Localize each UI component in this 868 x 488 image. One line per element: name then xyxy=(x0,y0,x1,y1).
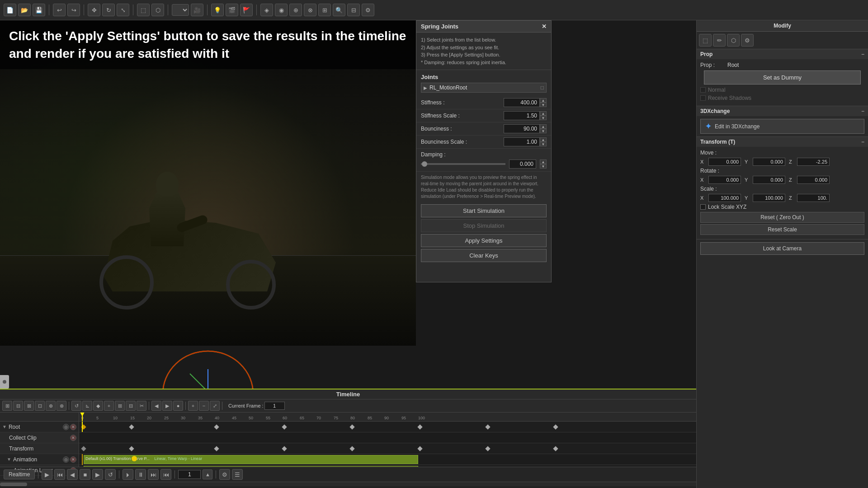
tool3-btn[interactable]: ⊕ xyxy=(289,4,302,16)
track-close-root[interactable]: ✕ xyxy=(70,424,76,430)
track-eye-animation[interactable]: ◎ xyxy=(63,456,69,463)
misc-playback-btn[interactable]: ☰ xyxy=(232,469,243,480)
start-simulation-btn[interactable]: Start Simulation xyxy=(421,204,547,217)
tool2-btn[interactable]: ◉ xyxy=(275,4,288,16)
rotate-z-input[interactable] xyxy=(797,176,830,184)
rt-icon-select[interactable]: ⬚ xyxy=(699,34,712,47)
bounciness-scale-input[interactable] xyxy=(504,137,540,146)
bounciness-input[interactable] xyxy=(504,124,540,133)
keyframe-root-60[interactable] xyxy=(282,424,287,429)
keyframe-root-40[interactable] xyxy=(214,424,219,429)
save-btn[interactable]: 💾 xyxy=(33,4,45,16)
timeline-playhead[interactable] xyxy=(82,413,83,421)
bounciness-scale-down[interactable]: ▼ xyxy=(540,142,547,146)
joint-item[interactable]: ▶ RL_MotionRoot □ xyxy=(421,83,547,93)
flag-btn[interactable]: 🚩 xyxy=(240,4,253,16)
tl-tool6[interactable]: ⊗ xyxy=(57,401,66,411)
tl-add[interactable]: + xyxy=(104,401,114,411)
stiffness-scale-up[interactable]: ▲ xyxy=(540,111,547,116)
render-btn[interactable]: 🎬 xyxy=(226,4,238,16)
loop-btn[interactable]: ↺ xyxy=(105,469,116,480)
stiffness-up[interactable]: ▲ xyxy=(540,98,547,103)
new-btn[interactable]: 📄 xyxy=(4,4,16,16)
tl-tool5[interactable]: ⊕ xyxy=(46,401,56,411)
tl-align-left[interactable]: ⊞ xyxy=(2,401,12,411)
rotate-btn[interactable]: ↻ xyxy=(102,4,115,16)
normal-checkbox[interactable] xyxy=(700,87,706,93)
track-content-transform[interactable] xyxy=(79,443,696,454)
apply-settings-btn[interactable]: Apply Settings xyxy=(421,234,547,247)
track-eye-root[interactable]: ◎ xyxy=(63,424,69,430)
tl-split[interactable]: ⊟ xyxy=(126,401,136,411)
timeline-scrollbar-thumb[interactable] xyxy=(0,483,27,486)
keyframe-root-120[interactable] xyxy=(485,424,490,429)
rotate-y-input[interactable] xyxy=(753,176,785,184)
playback-btn1[interactable]: ⏭ xyxy=(148,469,159,480)
tl-zoom-in[interactable]: + xyxy=(188,401,198,411)
keyframe-transform-1[interactable] xyxy=(81,446,86,451)
rt-icon-pen[interactable]: ✏ xyxy=(713,34,726,47)
stiffness-scale-input[interactable] xyxy=(504,111,540,120)
move-y-input[interactable] xyxy=(753,158,785,166)
step-forward-btn[interactable]: ▶ xyxy=(92,469,103,480)
damping-handle[interactable] xyxy=(422,161,427,167)
redo-btn[interactable]: ↪ xyxy=(67,4,80,16)
stiffness-down[interactable]: ▼ xyxy=(540,103,547,107)
keyframe-root-140[interactable] xyxy=(553,424,558,429)
tl-key[interactable]: ◆ xyxy=(93,401,103,411)
grid-btn[interactable]: ⊟ xyxy=(347,4,360,16)
dxchange-section-header[interactable]: 3DXchange − xyxy=(697,106,868,116)
reset-zero-btn[interactable]: Reset ( Zero Out ) xyxy=(700,212,864,223)
track-row-transform[interactable]: Transform xyxy=(0,443,79,454)
damping-up[interactable]: ▲ xyxy=(540,160,547,164)
keyframe-transform-15[interactable] xyxy=(129,446,134,451)
move-btn[interactable]: ✥ xyxy=(88,4,100,16)
set-as-dummy-btn[interactable]: Set as Dummy xyxy=(704,70,861,84)
track-content-collect[interactable] xyxy=(79,432,696,443)
tl-next-key[interactable]: ▶ xyxy=(162,401,172,411)
spring-panel-close[interactable]: ✕ xyxy=(542,23,547,30)
play-btn[interactable]: ▶ xyxy=(42,469,52,480)
mesh-btn[interactable]: ⬡ xyxy=(151,4,164,16)
zoom-btn[interactable]: 🔍 xyxy=(333,4,345,16)
tl-fit[interactable]: ⤢ xyxy=(210,401,220,411)
track-content-animation-layer[interactable] xyxy=(79,465,696,467)
undo-btn[interactable]: ↩ xyxy=(53,4,66,16)
keyframe-transform-140[interactable] xyxy=(553,446,558,451)
bounciness-up[interactable]: ▲ xyxy=(540,124,547,129)
open-btn[interactable]: 📂 xyxy=(18,4,31,16)
step-back-btn[interactable]: ◀ xyxy=(67,469,78,480)
receive-shadows-checkbox[interactable] xyxy=(700,95,706,101)
tl-loop[interactable]: ↺ xyxy=(71,401,81,411)
clear-keys-btn[interactable]: Clear Keys xyxy=(421,249,547,262)
tl-tool4[interactable]: ⊡ xyxy=(35,401,45,411)
record-play-btn[interactable]: ⏵ xyxy=(123,469,133,480)
track-area[interactable]: 0 5 10 15 20 25 30 35 40 45 50 55 60 65 … xyxy=(79,413,696,467)
tool1-btn[interactable]: ◈ xyxy=(260,4,273,16)
edit-in-dxchange-btn[interactable]: ✦ Edit in 3DXchange xyxy=(700,119,864,134)
light-btn[interactable]: 💡 xyxy=(211,4,224,16)
tool5-btn[interactable]: ⊞ xyxy=(318,4,331,16)
keyframe-root-100[interactable] xyxy=(417,424,422,429)
tl-prev-key[interactable]: ◀ xyxy=(151,401,161,411)
current-frame-input[interactable] xyxy=(264,402,285,410)
tl-merge[interactable]: ⊞ xyxy=(115,401,125,411)
stop-btn[interactable]: ■ xyxy=(80,469,90,480)
damping-down[interactable]: ▼ xyxy=(540,164,547,169)
track-content-animation[interactable]: Default (x1.00) Transition Curve P... Li… xyxy=(79,454,696,465)
animation-layer-bar[interactable] xyxy=(84,466,418,467)
realtime-btn[interactable]: Realtime xyxy=(4,469,35,479)
tl-record[interactable]: ● xyxy=(173,401,183,411)
stiffness-input[interactable] xyxy=(504,98,540,107)
tl-snap[interactable]: ⊾ xyxy=(82,401,92,411)
settings-playback-btn[interactable]: ⚙ xyxy=(219,469,230,480)
track-close-collect[interactable]: ✕ xyxy=(70,435,76,441)
bounciness-down[interactable]: ▼ xyxy=(540,129,547,133)
scale-y-input[interactable] xyxy=(753,194,785,202)
move-z-input[interactable] xyxy=(797,158,830,166)
tool4-btn[interactable]: ⊗ xyxy=(304,4,316,16)
rewind-to-start-btn[interactable]: ⏮ xyxy=(54,469,65,480)
keyframe-transform-40[interactable] xyxy=(214,446,219,451)
bounciness-scale-up[interactable]: ▲ xyxy=(540,137,547,142)
move-x-input[interactable] xyxy=(708,158,741,166)
